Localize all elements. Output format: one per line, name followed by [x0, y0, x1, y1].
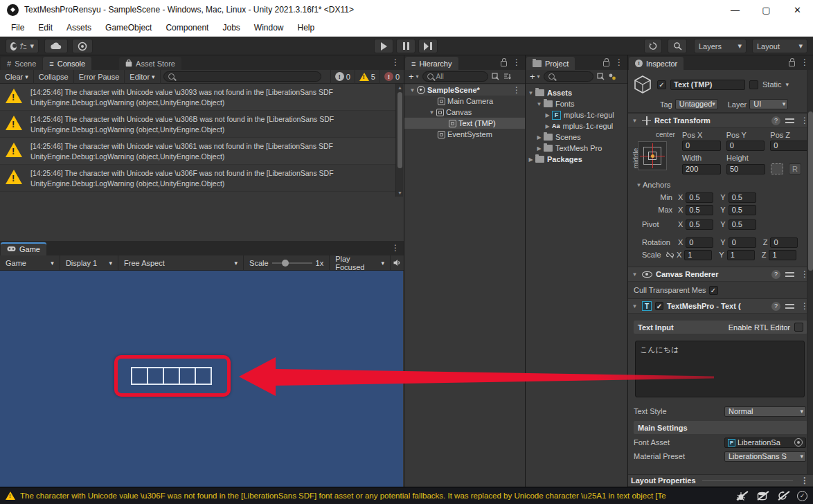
mute-audio-button[interactable]: [391, 255, 404, 270]
cloud-button[interactable]: [44, 39, 68, 53]
object-picker-icon[interactable]: [794, 438, 803, 447]
hierarchy-item-eventsystem[interactable]: EventSystem: [404, 129, 525, 140]
main-settings-subheader[interactable]: Main Settings: [634, 421, 807, 434]
error-count-badge[interactable]: ! 0: [379, 70, 404, 84]
pos-x-field[interactable]: 0: [682, 141, 721, 151]
error-pause-button[interactable]: Error Pause: [74, 70, 125, 84]
maximize-button[interactable]: ▢: [751, 0, 782, 19]
tab-hierarchy[interactable]: ≡ Hierarchy: [405, 57, 458, 70]
canvas-renderer-header[interactable]: ▼ Canvas Renderer ? ⋮: [628, 267, 813, 282]
lock-icon[interactable]: [603, 61, 609, 66]
log-entry[interactable]: [14:25:46] The character with Unicode va…: [0, 138, 395, 165]
project-menu-kebab[interactable]: ⋮: [614, 57, 625, 67]
project-item-font-asset[interactable]: ▶ F mplus-1c-regul: [526, 109, 627, 120]
presets-icon[interactable]: [785, 303, 794, 310]
foldout-icon[interactable]: ▼: [631, 118, 638, 124]
foldout-icon[interactable]: ▶: [535, 145, 543, 152]
project-item-textmesh-pro[interactable]: ▶ TextMesh Pro: [526, 143, 627, 154]
console-scrollbar[interactable]: ▲ ▼: [395, 84, 403, 197]
log-entry[interactable]: [14:25:46] The character with Unicode va…: [0, 84, 395, 111]
menu-file[interactable]: File: [4, 19, 31, 37]
picker-icon[interactable]: [492, 73, 499, 80]
tab-scene[interactable]: # Scene: [1, 57, 42, 70]
scale-y-field[interactable]: 1: [727, 250, 755, 260]
status-message[interactable]: The character with Unicode value \u306F …: [20, 492, 666, 500]
slider-knob[interactable]: [282, 260, 289, 267]
anchors-foldout[interactable]: ▼ Anchors: [632, 179, 809, 191]
project-item-font-file[interactable]: ▶ Aa mplus-1c-regul: [526, 120, 627, 132]
project-item-fonts[interactable]: ▼ Fonts: [526, 98, 627, 109]
layers-dropdown[interactable]: Layers ▾: [694, 39, 747, 53]
foldout-icon[interactable]: ▼: [428, 109, 436, 116]
console-menu-kebab[interactable]: ⋮: [390, 57, 401, 67]
material-preset-dropdown[interactable]: LiberationSans S: [724, 451, 806, 462]
menu-assets[interactable]: Assets: [60, 19, 98, 37]
scale-x-field[interactable]: 1: [684, 250, 712, 260]
pos-y-field[interactable]: 0: [726, 141, 765, 151]
layer-dropdown[interactable]: UI: [749, 99, 788, 109]
global-search-button[interactable]: [668, 39, 687, 53]
scroll-down-icon[interactable]: ▼: [397, 190, 402, 195]
hierarchy-menu-kebab[interactable]: ⋮: [511, 57, 522, 67]
static-checkbox[interactable]: [749, 80, 758, 89]
rtl-checkbox[interactable]: [794, 323, 803, 332]
scrollbar-thumb[interactable]: [808, 111, 813, 271]
text-input-field[interactable]: こんにちは: [635, 341, 805, 397]
undo-history-button[interactable]: [644, 39, 662, 53]
rotation-y-field[interactable]: 0: [729, 237, 756, 248]
editor-dropdown[interactable]: Editor ▾: [125, 70, 160, 84]
menu-gameobject[interactable]: GameObject: [98, 19, 159, 37]
help-icon[interactable]: ?: [771, 270, 780, 279]
hierarchy-search-input[interactable]: All: [422, 71, 488, 82]
log-entry[interactable]: [14:25:46] The character with Unicode va…: [0, 111, 395, 138]
help-icon[interactable]: ?: [771, 116, 780, 125]
minimize-button[interactable]: —: [720, 0, 751, 19]
rotation-x-field[interactable]: 0: [686, 237, 713, 248]
create-button[interactable]: +: [526, 71, 537, 82]
blueprint-mode-button[interactable]: [771, 163, 783, 174]
lock-icon[interactable]: [789, 61, 795, 66]
static-dropdown-icon[interactable]: ▾: [786, 81, 789, 88]
anchor-min-x-field[interactable]: 0.5: [686, 192, 713, 203]
raw-edit-button[interactable]: R: [789, 163, 801, 174]
layout-properties-kebab[interactable]: ⋮: [799, 476, 810, 485]
font-asset-field[interactable]: F LiberationSa: [724, 438, 806, 448]
picker-icon[interactable]: [597, 73, 605, 80]
project-item-packages[interactable]: ▶ Packages: [526, 154, 627, 165]
game-mode-dropdown[interactable]: Game ▾: [0, 255, 60, 270]
activity-ok-icon[interactable]: ✓: [797, 491, 807, 501]
scene-kebab[interactable]: ⋮: [511, 85, 522, 95]
clear-button[interactable]: Clear ▾: [0, 70, 34, 84]
lock-icon[interactable]: [501, 61, 507, 66]
console-search-input[interactable]: [163, 71, 321, 82]
visibility-filter-icon[interactable]: [608, 73, 616, 81]
hierarchy-item-scene[interactable]: ▼ SampleScene* ⋮: [404, 84, 525, 96]
foldout-icon[interactable]: ▶: [544, 112, 551, 118]
debugger-disabled-icon[interactable]: [735, 490, 747, 501]
tab-game[interactable]: Game: [1, 242, 46, 255]
foldout-icon[interactable]: ▼: [631, 271, 638, 278]
foldout-icon[interactable]: ▶: [544, 123, 551, 129]
component-enabled-checkbox[interactable]: ✓: [655, 302, 663, 310]
project-search-input[interactable]: [544, 71, 593, 82]
pivot-x-field[interactable]: 0.5: [686, 219, 713, 230]
hierarchy-item-canvas[interactable]: ▼ Canvas: [404, 107, 525, 118]
tag-dropdown[interactable]: Untagged: [675, 99, 718, 109]
scrollbar-thumb[interactable]: [397, 92, 402, 168]
anchor-max-x-field[interactable]: 0.5: [686, 205, 713, 215]
foldout-icon[interactable]: ▶: [527, 156, 535, 163]
text-style-dropdown[interactable]: Normal: [724, 406, 806, 417]
foldout-icon[interactable]: ▶: [535, 134, 543, 141]
foldout-icon[interactable]: ▼: [527, 90, 535, 96]
project-item-assets[interactable]: ▼ Assets: [526, 87, 627, 98]
active-checkbox[interactable]: ✓: [657, 80, 666, 89]
menu-window[interactable]: Window: [247, 19, 291, 37]
foldout-icon[interactable]: ▼: [631, 303, 638, 309]
auto-refresh-disabled-icon[interactable]: [776, 490, 789, 501]
sort-icon[interactable]: [503, 73, 511, 80]
anchor-preset-widget[interactable]: [638, 141, 667, 170]
scroll-up-icon[interactable]: ▲: [397, 85, 402, 90]
play-focused-dropdown[interactable]: Play Focused ▾: [330, 255, 391, 270]
tab-project[interactable]: Project: [526, 57, 575, 70]
collapse-button[interactable]: Collapse: [34, 70, 74, 84]
